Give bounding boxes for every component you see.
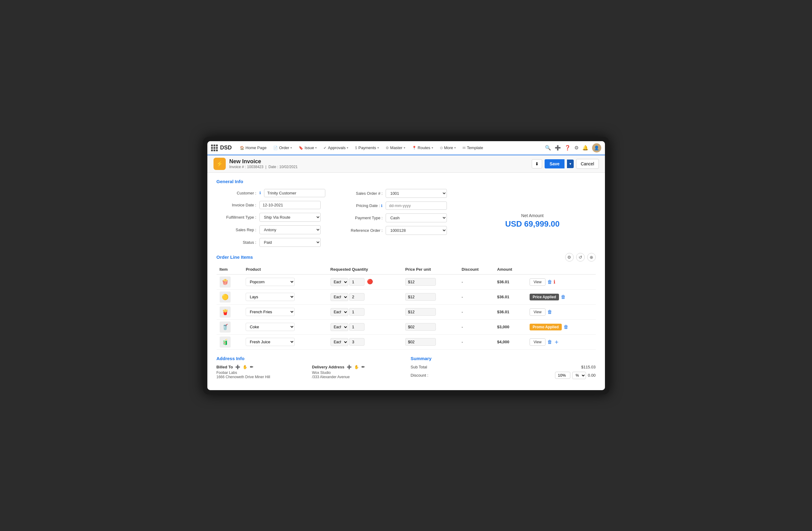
search-icon[interactable]: 🔍: [545, 145, 551, 151]
unit-select-5[interactable]: Each: [331, 338, 348, 346]
nav-item-payments[interactable]: $ Payments ▾: [352, 141, 382, 155]
view-button-3[interactable]: View: [530, 308, 546, 316]
promo-applied-button-4[interactable]: Promo Applied: [530, 324, 562, 330]
nav-item-approvals[interactable]: ✔ Approvals ▾: [320, 141, 351, 155]
status-select[interactable]: Paid: [259, 238, 321, 247]
avatar[interactable]: 👤: [592, 143, 601, 152]
customer-info-icon[interactable]: ℹ: [259, 191, 261, 195]
delivery-address-text: /333 Alexander Avenue: [312, 375, 402, 379]
billed-to-hand-icon[interactable]: ✋: [243, 365, 247, 369]
product-select-3[interactable]: French Fries: [246, 308, 295, 316]
qty-input-2[interactable]: [349, 293, 364, 301]
amount-cell-4: $3,000: [494, 320, 526, 335]
price-applied-button-2[interactable]: Price Applied: [530, 294, 559, 300]
fulfillment-select[interactable]: Ship Via Route: [259, 213, 321, 222]
pricing-date-input[interactable]: [386, 202, 447, 210]
row-actions-5: View 🗑 ＋: [530, 338, 592, 346]
nav-item-master[interactable]: ⚙ Master ▾: [382, 141, 408, 155]
delivery-address-title: Delivery Address ➕ ✋ ✏: [312, 365, 402, 369]
save-caret-button[interactable]: ▾: [567, 160, 574, 168]
qty-input-3[interactable]: [349, 308, 364, 316]
customer-input[interactable]: [264, 189, 325, 197]
discount-rate-input[interactable]: [555, 372, 570, 379]
invoice-icon: ⚡: [214, 158, 226, 170]
fulfillment-label: Fulfillment Type :: [217, 215, 256, 220]
pricing-date-info-icon[interactable]: ℹ: [381, 204, 382, 208]
product-cell: Coke: [243, 320, 327, 335]
nav-order-label: Order: [279, 146, 289, 150]
billed-to-add-icon[interactable]: ➕: [235, 365, 240, 369]
price-cell: [402, 275, 459, 290]
cancel-button[interactable]: Cancel: [576, 159, 599, 169]
delivery-edit-icon[interactable]: ✏: [361, 365, 365, 369]
qty-input-1[interactable]: [349, 278, 364, 286]
add-row-icon[interactable]: ＋: [553, 338, 560, 346]
discount-value: 0.00: [588, 373, 595, 378]
product-select-2[interactable]: Lays: [246, 293, 295, 301]
nav-item-issue[interactable]: 🔖 Issue ▾: [295, 141, 320, 155]
navbar: DSD 🏠 Home Page 📄 Order ▾ 🔖 Issue ▾: [207, 141, 605, 155]
nav-master-label: Master: [390, 146, 403, 150]
nav-item-more[interactable]: ⊙ More ▾: [437, 141, 459, 155]
amount-cell-3: $36.01: [494, 305, 526, 320]
qty-input-5[interactable]: [349, 338, 364, 346]
bell-icon[interactable]: 🔔: [582, 145, 589, 151]
price-input-3[interactable]: [405, 308, 436, 316]
delivery-add-icon[interactable]: ➕: [347, 365, 352, 369]
view-button-5[interactable]: View: [530, 338, 546, 346]
product-select-1[interactable]: Popcorn: [246, 278, 295, 286]
row-actions-2: Price Applied 🗑: [530, 294, 592, 300]
sales-order-select[interactable]: 1001: [386, 189, 447, 198]
refresh-action-button[interactable]: ↺: [576, 253, 585, 262]
unit-select-3[interactable]: Each: [331, 308, 348, 316]
col-actions: [526, 265, 595, 275]
price-input-2[interactable]: [405, 293, 436, 301]
nav-item-home[interactable]: 🏠 Home Page: [237, 141, 270, 155]
grid-icon[interactable]: [211, 145, 218, 151]
reference-order-select[interactable]: 1000128: [386, 226, 447, 235]
reference-order-label: Reference Order :: [343, 228, 382, 233]
col-discount: Discount: [459, 265, 494, 275]
settings-icon[interactable]: ⚙: [574, 145, 579, 151]
trash-icon-3[interactable]: 🗑: [547, 309, 552, 315]
summary-section: Summary Sub Total $115.03 Discount : % 0…: [411, 356, 596, 384]
qty-input-4[interactable]: [349, 323, 364, 331]
trash-icon-4[interactable]: 🗑: [564, 324, 568, 330]
issue-icon: 🔖: [299, 146, 303, 150]
trash-icon-5[interactable]: 🗑: [547, 339, 552, 345]
payment-type-select[interactable]: Cash: [386, 213, 447, 222]
price-input-4[interactable]: [405, 323, 436, 331]
product-select-5[interactable]: Fresh Juice: [246, 338, 295, 346]
help-icon[interactable]: ❓: [565, 145, 571, 151]
nav-item-order[interactable]: 📄 Order ▾: [270, 141, 295, 155]
billed-to-edit-icon[interactable]: ✏: [250, 365, 253, 369]
price-input-1[interactable]: [405, 278, 436, 286]
sales-rep-select[interactable]: Antony: [259, 225, 321, 234]
product-cell: Lays: [243, 290, 327, 305]
discount-type-select[interactable]: %: [572, 372, 586, 379]
nav-item-routes[interactable]: 📍 Routes ▾: [409, 141, 436, 155]
unit-select-1[interactable]: Each: [331, 278, 348, 286]
trash-icon-2[interactable]: 🗑: [561, 294, 566, 300]
nav-item-template[interactable]: ✉ Template: [460, 141, 486, 155]
unit-select-4[interactable]: Each: [331, 323, 348, 331]
error-icon-1: 🔴: [367, 279, 373, 284]
amount-cell-1: $36.01: [494, 275, 526, 290]
price-input-5[interactable]: [405, 338, 436, 346]
invoice-date-input[interactable]: [259, 201, 321, 209]
discount-controls: % 0.00: [555, 372, 595, 379]
save-button[interactable]: Save: [545, 159, 565, 168]
view-button-1[interactable]: View: [530, 278, 546, 286]
discount-row: Discount : % 0.00: [411, 372, 596, 379]
settings-action-button[interactable]: ⚙: [565, 253, 574, 262]
download-button[interactable]: ⬇: [532, 159, 542, 168]
add-line-button[interactable]: ⊕: [587, 253, 596, 262]
qty-cell: Each: [328, 305, 402, 320]
trash-icon-1[interactable]: 🗑: [547, 279, 552, 285]
product-select-4[interactable]: Coke: [246, 323, 295, 331]
master-caret-icon: ▾: [404, 146, 405, 149]
product-cell: French Fries: [243, 305, 327, 320]
unit-select-2[interactable]: Each: [331, 293, 348, 301]
delivery-hand-icon[interactable]: ✋: [354, 365, 359, 369]
add-icon[interactable]: ➕: [555, 145, 561, 151]
